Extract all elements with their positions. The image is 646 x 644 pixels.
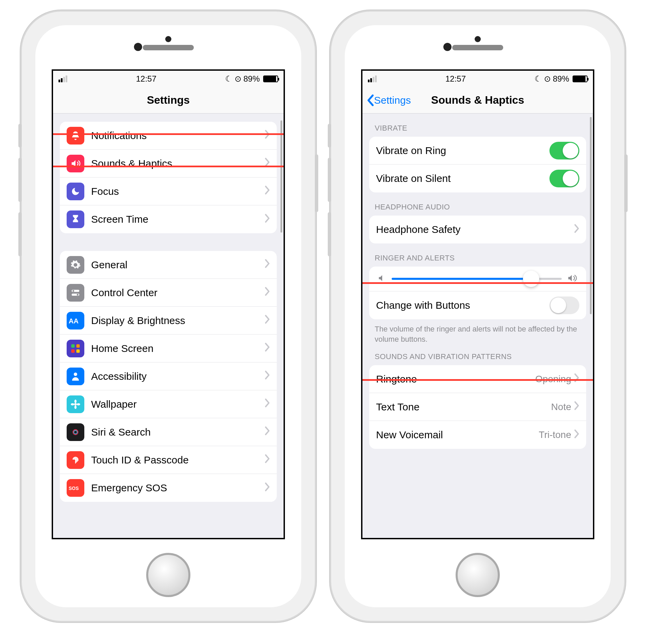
toggle-change-with-buttons[interactable]: [549, 296, 579, 314]
camera-dot: [475, 36, 481, 42]
volume-slider[interactable]: [392, 278, 562, 280]
label: Headphone Safety: [376, 224, 574, 235]
camera-dot: [165, 36, 171, 42]
group-vibrate: Vibrate on Ring Vibrate on Silent: [369, 137, 586, 192]
row-headphone-safety[interactable]: Headphone Safety: [369, 216, 586, 243]
speaker-icon: [67, 155, 84, 172]
row-new-voicemail[interactable]: New VoicemailTri-tone: [369, 421, 586, 449]
earpiece-speaker: [452, 45, 503, 50]
status-time: 12:57: [136, 74, 156, 84]
phone-mockup-right: 12:57 ☾ ⊙ 89% Settings Sounds & Haptics …: [330, 10, 626, 622]
row-ringer-volume-slider[interactable]: [369, 267, 586, 291]
row-value: Opening: [535, 374, 571, 385]
sounds-haptics-list[interactable]: VIBRATE Vibrate on Ring Vibrate on Silen…: [362, 114, 593, 538]
chevron-right-icon: [574, 429, 579, 441]
chevron-right-icon: [265, 129, 270, 142]
row-ringtone[interactable]: RingtoneOpening: [369, 365, 586, 393]
row-label: Accessibility: [91, 371, 265, 382]
group-patterns: RingtoneOpeningText ToneNoteNew Voicemai…: [369, 365, 586, 449]
settings-row-touch-id-passcode[interactable]: Touch ID & Passcode: [60, 446, 277, 474]
group-general: GeneralControl CenterAADisplay & Brightn…: [60, 251, 277, 502]
flower-icon: [67, 395, 84, 413]
settings-row-sounds-haptics[interactable]: Sounds & Haptics: [60, 150, 277, 177]
aa-icon: AA: [67, 312, 84, 329]
settings-row-focus[interactable]: Focus: [60, 177, 277, 205]
settings-row-control-center[interactable]: Control Center: [60, 279, 277, 307]
row-change-with-buttons[interactable]: Change with Buttons: [369, 291, 586, 319]
toggle-vibrate-silent[interactable]: [549, 170, 579, 187]
chevron-right-icon: [265, 314, 270, 327]
settings-row-notifications[interactable]: Notifications: [60, 122, 277, 150]
fingerprint-icon: [67, 451, 84, 469]
row-label: Focus: [91, 186, 265, 197]
svg-rect-7: [71, 349, 75, 353]
scroll-indicator[interactable]: [280, 120, 282, 233]
svg-point-14: [77, 403, 80, 405]
front-camera: [443, 43, 452, 51]
navbar: Settings Sounds & Haptics: [362, 87, 593, 114]
person-icon: [67, 368, 84, 385]
slider-knob[interactable]: [523, 271, 539, 287]
siri-icon: [67, 423, 84, 441]
header-patterns: SOUNDS AND VIBRATION PATTERNS: [362, 346, 593, 365]
chevron-right-icon: [265, 482, 270, 494]
svg-point-3: [77, 294, 79, 295]
home-button[interactable]: [146, 553, 190, 597]
scroll-indicator[interactable]: [590, 117, 592, 314]
label: Vibrate on Silent: [376, 173, 549, 184]
volume-high-icon: [567, 273, 578, 284]
label: Change with Buttons: [376, 300, 549, 311]
volume-down-button: [328, 212, 331, 256]
row-value: Tri-tone: [539, 429, 571, 440]
toggle-vibrate-ring[interactable]: [549, 142, 579, 159]
signal-icon: [58, 75, 67, 82]
row-label: Sounds & Haptics: [91, 158, 265, 169]
row-label: General: [91, 259, 265, 271]
chevron-right-icon: [265, 398, 270, 410]
row-label: Screen Time: [91, 214, 265, 225]
volume-up-button: [328, 158, 331, 202]
chevron-right-icon: [265, 454, 270, 466]
front-camera: [134, 43, 142, 51]
svg-point-10: [74, 403, 77, 406]
svg-point-11: [74, 400, 76, 403]
sos-icon: SOS: [67, 479, 84, 497]
chevron-right-icon: [265, 185, 270, 198]
power-button: [624, 154, 628, 212]
dnd-moon-icon: ☾: [534, 74, 542, 84]
chevron-right-icon: [574, 373, 579, 385]
row-label: Wallpaper: [91, 399, 265, 410]
row-text-tone[interactable]: Text ToneNote: [369, 393, 586, 421]
settings-row-siri-search[interactable]: Siri & Search: [60, 418, 277, 446]
home-button[interactable]: [456, 553, 500, 597]
settings-row-wallpaper[interactable]: Wallpaper: [60, 390, 277, 418]
svg-rect-6: [76, 344, 80, 348]
row-vibrate-on-ring[interactable]: Vibrate on Ring: [369, 137, 586, 165]
settings-row-display-brightness[interactable]: AADisplay & Brightness: [60, 307, 277, 335]
battery-icon: [263, 75, 278, 82]
settings-row-home-screen[interactable]: Home Screen: [60, 335, 277, 362]
row-label: Display & Brightness: [91, 315, 265, 326]
row-vibrate-on-silent[interactable]: Vibrate on Silent: [369, 165, 586, 192]
hourglass-icon: [67, 210, 84, 228]
svg-point-15: [71, 428, 80, 436]
bell-icon: [67, 127, 84, 145]
settings-row-general[interactable]: General: [60, 251, 277, 279]
settings-row-accessibility[interactable]: Accessibility: [60, 362, 277, 390]
chevron-right-icon: [574, 401, 579, 413]
svg-point-9: [74, 372, 77, 376]
dnd-moon-icon: ☾: [225, 74, 233, 84]
group-headphone: Headphone Safety: [369, 216, 586, 243]
header-headphone: HEADPHONE AUDIO: [362, 192, 593, 216]
back-button[interactable]: Settings: [367, 94, 411, 106]
settings-row-emergency-sos[interactable]: SOSEmergency SOS: [60, 474, 277, 502]
row-label: Touch ID & Passcode: [91, 454, 265, 466]
power-button: [315, 154, 318, 212]
status-bar: 12:57 ☾ ⊙ 89%: [53, 71, 284, 87]
svg-point-1: [72, 290, 74, 291]
settings-row-screen-time[interactable]: Screen Time: [60, 205, 277, 233]
chevron-right-icon: [265, 258, 270, 271]
switches-icon: [67, 284, 84, 302]
battery-icon: [573, 75, 588, 82]
settings-list[interactable]: NotificationsSounds & HapticsFocusScreen…: [53, 114, 284, 538]
